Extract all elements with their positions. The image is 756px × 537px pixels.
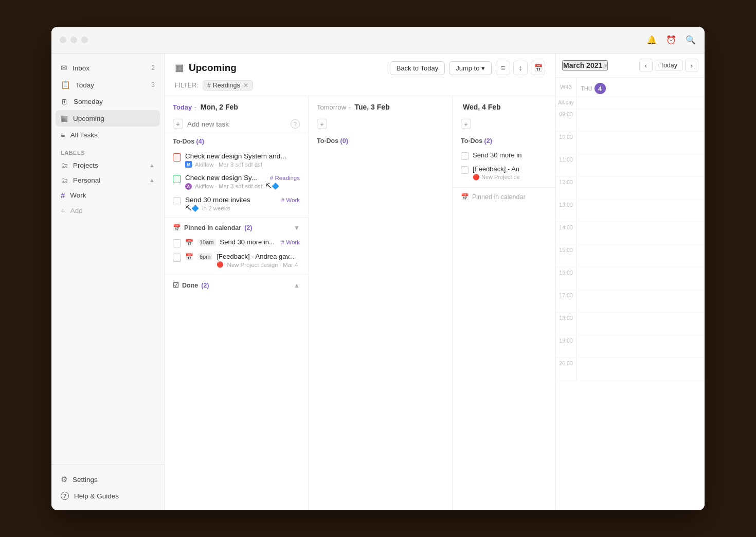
task-meta: M Akiflow · Mar 3 sdf sdf dsf — [185, 161, 300, 168]
cal-prev-button[interactable]: ‹ — [639, 59, 653, 72]
close-button[interactable] — [60, 37, 66, 43]
assignee-icons: ⛏🔷 — [265, 183, 279, 190]
tomorrow-label: Tomorrow — [317, 103, 346, 111]
sidebar-item-today[interactable]: 📋 Today 3 — [56, 77, 160, 93]
calendar-panel: March 2021 ▾ ‹ Today › W43 Thu 4 — [555, 53, 705, 510]
task-item[interactable]: Send 30 more invites # Work ⛏🔷 in 2 week… — [173, 193, 300, 215]
header-icon-btns: ≡ ↕ 📅 — [496, 61, 545, 75]
cal-allday-label: All-day — [556, 97, 577, 109]
sidebar-item-label: Someday — [74, 98, 155, 105]
wed-checkbox2[interactable] — [461, 166, 469, 174]
sidebar-item-personal[interactable]: 🗂 Personal ▲ — [56, 173, 160, 187]
minimize-button[interactable] — [70, 37, 77, 43]
column-wed: Wed, 4 Feb + To-Dos (2) Send 30 more in — [453, 96, 555, 510]
cal-time-row: 12:00 — [556, 177, 705, 200]
wed-task-meta: 🔴 New Project de — [473, 174, 555, 181]
sidebar-item-help[interactable]: ? Help & Guides — [56, 488, 160, 504]
pinned-time2: 6pm — [197, 253, 212, 260]
pinned-checkbox[interactable] — [173, 239, 181, 247]
add-task-row: + ? — [165, 116, 308, 133]
pinned-task-title: Send 30 more in... — [220, 238, 275, 246]
task-title-text: Check new design Sy... — [185, 174, 257, 182]
pinned-task-item[interactable]: 📅 10am Send 30 more in... # Work — [173, 236, 300, 250]
help-icon: ? — [61, 492, 69, 500]
pinned-checkbox2[interactable] — [173, 254, 181, 262]
cal-time-row: 09:00 — [556, 109, 705, 132]
readings-tag: # Readings — [270, 175, 300, 181]
cal-allday-cells — [577, 97, 705, 109]
maximize-button[interactable] — [81, 37, 88, 43]
sidebar-item-settings[interactable]: ⚙ Settings — [56, 471, 160, 488]
cal-today-button[interactable]: Today — [655, 60, 683, 71]
timer-icon[interactable]: ⏰ — [665, 34, 677, 46]
help-label: Help & Guides — [74, 492, 119, 500]
sidebar-item-label: All Tasks — [70, 131, 155, 139]
sidebar-item-upcoming[interactable]: ▦ Upcoming — [56, 110, 160, 127]
calendar-pin-icon: 📅 — [173, 224, 181, 231]
work-hash-icon: # — [61, 191, 65, 200]
task-help-icon[interactable]: ? — [291, 119, 300, 129]
add-task-input[interactable] — [187, 120, 286, 128]
bell-icon[interactable]: 🔔 — [646, 34, 657, 46]
sidebar-item-alltasks[interactable]: ≡ All Tasks — [56, 127, 160, 143]
sidebar-item-projects[interactable]: 🗂 Projects ▲ — [56, 158, 160, 172]
calendar-toggle-button[interactable]: 📅 — [531, 61, 545, 75]
task-checkbox[interactable] — [173, 197, 181, 205]
task-header-actions: Back to Today Jump to ▾ ≡ ↕ 📅 — [390, 61, 545, 75]
add-label: Add — [70, 207, 83, 214]
wed-task-item2[interactable]: [Feedback] - An 🔴 New Project de — [461, 163, 555, 183]
cal-time-row: 20:00 — [556, 358, 705, 381]
cal-time-label: 10:00 — [556, 132, 577, 154]
pinned-count: (2) — [244, 224, 252, 231]
list-view-button[interactable]: ≡ — [496, 61, 510, 75]
meta-icon: M — [185, 161, 192, 168]
todos-section-today: To-Dos (4) Check new design System and..… — [165, 133, 308, 217]
filter-label: FILTER: — [175, 82, 199, 89]
column-header-wed: Wed, 4 Feb — [453, 96, 555, 116]
wed-task-item[interactable]: Send 30 more in — [461, 149, 555, 163]
task-meta-text: Akiflow · Mar 3 sdf sdf dsf — [195, 162, 262, 168]
jump-to-button[interactable]: Jump to ▾ — [449, 61, 492, 75]
calendar-month-button[interactable]: March 2021 ▾ — [562, 60, 608, 70]
filter-tag-label: Readings — [213, 82, 240, 89]
add-task-button-wed[interactable]: + — [461, 119, 471, 129]
wed-task-title2: [Feedback] - An — [473, 165, 555, 173]
back-to-today-button[interactable]: Back to Today — [390, 61, 445, 75]
filter-remove-button[interactable]: ✕ — [243, 82, 248, 89]
add-task-button-tomorrow[interactable]: + — [317, 119, 327, 129]
cal-next-button[interactable]: › — [685, 59, 698, 72]
cal-time-row: 19:00 — [556, 335, 705, 358]
cal-time-label: 20:00 — [556, 358, 577, 380]
upcoming-title-icon: ▦ — [175, 62, 184, 74]
pinned-header[interactable]: 📅 Pinned in calendar (2) ▼ — [173, 222, 300, 236]
wed-task-content2: [Feedback] - An 🔴 New Project de — [473, 165, 555, 181]
sidebar-item-inbox[interactable]: ✉ Inbox 2 — [56, 60, 160, 76]
add-task-button[interactable]: + — [173, 119, 183, 129]
sidebar-item-someday[interactable]: 🗓 Someday — [56, 94, 160, 110]
tomorrow-dash: - — [349, 103, 353, 111]
task-title: ▦ Upcoming — [175, 62, 237, 74]
task-content: Check new design System and... M Akiflow… — [185, 152, 300, 168]
pinned-task-item[interactable]: 📅 6pm [Feedback] - Andrea gav... 🔴 New P… — [173, 250, 300, 271]
done-header[interactable]: ☑ Done (2) ▲ — [173, 279, 300, 291]
sort-button[interactable]: ↕ — [513, 61, 528, 75]
pinned-task-meta: 🔴 New Project design · Mar 4 — [217, 261, 300, 268]
search-icon[interactable]: 🔍 — [685, 34, 696, 46]
meta-icon: A — [185, 183, 192, 190]
task-item[interactable]: Check new design Sy... # Readings A Akif… — [173, 171, 300, 193]
column-today: Today - Mon, 2 Feb + ? To-Dos (4) — [165, 96, 309, 510]
cal-time-row: 16:00 — [556, 267, 705, 290]
sidebar-add-label[interactable]: + Add — [56, 203, 160, 218]
task-checkbox[interactable] — [173, 175, 181, 183]
task-checkbox[interactable] — [173, 153, 181, 162]
cal-time-row: 18:00 — [556, 313, 705, 335]
filter-tag-readings: # Readings ✕ — [203, 80, 253, 91]
task-item[interactable]: Check new design System and... M Akiflow… — [173, 149, 300, 171]
sidebar-item-work[interactable]: # Work — [56, 188, 160, 203]
done-collapse-icon: ▲ — [294, 282, 300, 289]
cal-time-label: 13:00 — [556, 200, 577, 222]
pinned-in-calendar-label: Pinned in calendar — [472, 193, 526, 201]
projects-icon: 🗂 — [61, 161, 68, 169]
inbox-icon: ✉ — [61, 63, 67, 73]
wed-checkbox[interactable] — [461, 152, 469, 160]
